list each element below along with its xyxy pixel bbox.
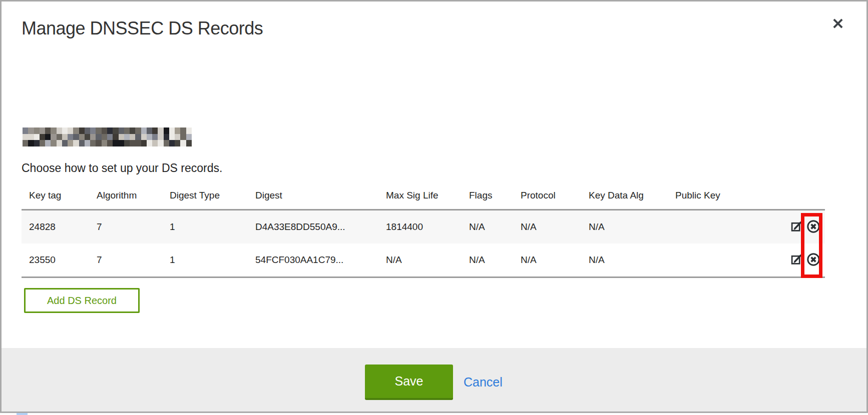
cell-key-tag: 23550 — [29, 254, 97, 266]
table-row: 235507154FCF030AA1C79...N/AN/AN/AN/A — [22, 244, 825, 276]
row-actions — [790, 220, 825, 234]
column-header-algorithm: Algorithm — [97, 189, 170, 201]
table-header-row: Key tag Algorithm Digest Type Digest Max… — [22, 189, 825, 210]
column-header-digest-type: Digest Type — [170, 189, 255, 201]
circle-x-delete-icon — [806, 220, 820, 235]
cell-max-sig-life: 1814400 — [386, 222, 469, 232]
dialog-footer: Save Cancel — [2, 348, 866, 412]
add-ds-record-button[interactable]: Add DS Record — [24, 288, 140, 313]
column-header-max-sig-life: Max Sig Life — [386, 189, 469, 201]
cell-algorithm: 7 — [97, 254, 170, 266]
close-button[interactable] — [829, 16, 846, 32]
column-header-key-data-alg: Key Data Alg — [589, 189, 675, 201]
column-header-actions — [790, 189, 825, 190]
cell-digest: D4A33E8DD550A9... — [255, 222, 386, 232]
cancel-link[interactable]: Cancel — [464, 375, 503, 390]
table-row: 2482871D4A33E8DD550A9...1814400N/AN/AN/A — [22, 210, 825, 244]
save-button[interactable]: Save — [365, 364, 453, 400]
cell-key-tag: 24828 — [29, 222, 97, 232]
cell-max-sig-life: N/A — [386, 254, 469, 266]
redacted-domain-name — [23, 128, 192, 146]
background-page-fragment — [17, 413, 28, 415]
cell-algorithm: 7 — [97, 222, 170, 232]
close-icon — [830, 25, 845, 32]
column-header-digest: Digest — [255, 189, 386, 201]
cell-digest-type: 1 — [170, 222, 255, 232]
delete-record-button[interactable] — [806, 220, 820, 234]
cell-protocol: N/A — [521, 254, 589, 266]
edit-record-button[interactable] — [790, 254, 803, 267]
cell-digest: 54FCF030AA1C79... — [255, 254, 386, 266]
ds-records-table: Key tag Algorithm Digest Type Digest Max… — [22, 189, 825, 278]
edit-icon — [790, 253, 803, 267]
row-actions — [790, 254, 825, 267]
cell-flags: N/A — [469, 254, 521, 266]
delete-record-button[interactable] — [806, 254, 820, 267]
column-header-flags: Flags — [469, 189, 521, 201]
edit-icon — [790, 220, 803, 234]
cell-key-data-alg: N/A — [589, 254, 675, 266]
column-header-key-tag: Key tag — [29, 189, 97, 201]
cell-digest-type: 1 — [170, 254, 255, 266]
column-header-protocol: Protocol — [521, 189, 589, 201]
instruction-text: Choose how to set up your DS records. — [22, 162, 222, 175]
cell-flags: N/A — [469, 222, 521, 232]
manage-dnssec-dialog: Manage DNSSEC DS Records Choose how to s… — [0, 0, 868, 413]
table-body: 2482871D4A33E8DD550A9...1814400N/AN/AN/A… — [22, 210, 825, 278]
cell-protocol: N/A — [521, 222, 589, 232]
circle-x-delete-icon — [806, 252, 820, 268]
column-header-public-key: Public Key — [675, 189, 790, 201]
page-title: Manage DNSSEC DS Records — [22, 18, 263, 39]
cell-key-data-alg: N/A — [589, 222, 675, 232]
edit-record-button[interactable] — [790, 220, 803, 234]
